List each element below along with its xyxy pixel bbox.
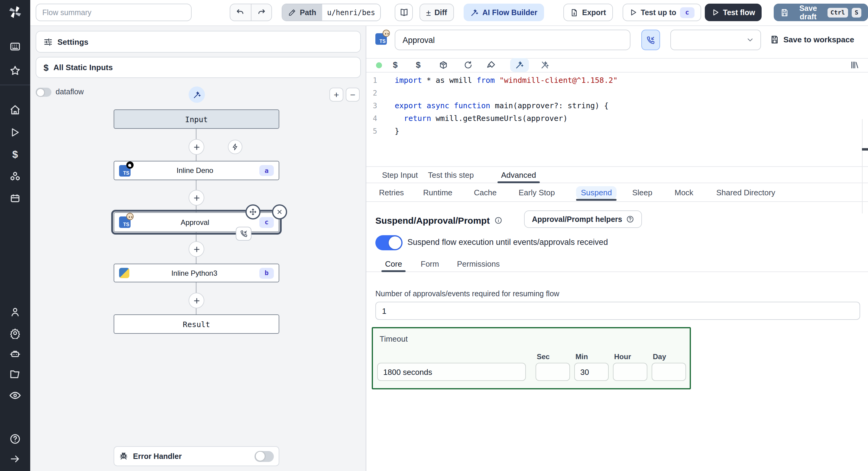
add-step-button[interactable]	[189, 190, 204, 206]
settings-icon[interactable]	[9, 327, 21, 339]
ai-wand-icon[interactable]	[515, 60, 524, 69]
step-title-input[interactable]	[395, 30, 630, 50]
suspend-indicator-button[interactable]	[641, 30, 660, 50]
script-version-select[interactable]	[670, 30, 761, 50]
runs-icon[interactable]	[10, 127, 21, 138]
code-editor[interactable]: 1import * as wmill from "windmill-client…	[366, 72, 868, 167]
timeout-label: Timeout	[380, 334, 408, 344]
subtab-sleep[interactable]: Sleep	[632, 184, 652, 201]
code-line[interactable]: 1import * as wmill from "windmill-client…	[366, 74, 868, 86]
tab-step-input[interactable]: Step Input	[382, 167, 418, 183]
flow-summary-input[interactable]	[36, 4, 192, 21]
save-to-workspace-button[interactable]: Save to workspace	[770, 35, 854, 44]
tab-permissions[interactable]: Permissions	[457, 256, 500, 272]
bun-icon	[126, 213, 133, 220]
package-icon[interactable]	[439, 60, 448, 69]
suspend-toggle-label: Suspend flow execution until events/appr…	[407, 238, 608, 247]
delete-step-button[interactable]	[272, 204, 287, 219]
variables-icon[interactable]: $	[12, 149, 18, 161]
diff-button[interactable]: ± Diff	[420, 4, 454, 21]
subtab-mock[interactable]: Mock	[675, 184, 693, 201]
approvals-count-input[interactable]	[375, 302, 860, 320]
test-flow-label: Test flow	[723, 8, 755, 17]
step-badge: b	[259, 268, 274, 278]
docs-button[interactable]	[395, 4, 413, 21]
undo-button[interactable]	[230, 4, 251, 21]
code-line[interactable]: 2	[366, 86, 868, 99]
subtab-early-stop[interactable]: Early Stop	[519, 184, 555, 201]
zoom-in-button[interactable]: +	[330, 88, 343, 101]
export-button[interactable]: Export	[563, 4, 613, 21]
subtab-cache[interactable]: Cache	[474, 184, 497, 201]
schedules-icon[interactable]	[9, 193, 21, 204]
add-trigger-button[interactable]	[228, 140, 242, 154]
flow-node-inline-deno[interactable]: Inline Deno a	[114, 161, 279, 180]
flow-node-input[interactable]: Input	[114, 110, 279, 129]
timeout-min-input[interactable]: 30	[574, 363, 609, 381]
users-icon[interactable]	[9, 306, 21, 318]
windmill-logo[interactable]	[7, 4, 23, 20]
tab-advanced[interactable]: Advanced	[501, 167, 536, 183]
workers-icon[interactable]	[9, 348, 21, 359]
flow-node-result[interactable]: Result	[114, 315, 279, 334]
env-vars-icon[interactable]: $	[393, 60, 398, 69]
approval-prompt-helpers-button[interactable]: Approval/Prompt helpers	[524, 210, 642, 228]
tab-core[interactable]: Core	[385, 256, 402, 272]
subtab-retries[interactable]: Retries	[379, 184, 404, 201]
path-button[interactable]: Path	[282, 4, 322, 21]
home-icon[interactable]	[9, 104, 21, 116]
add-step-button[interactable]	[189, 293, 204, 308]
test-up-to-button[interactable]: Test up to c	[623, 4, 701, 21]
timeout-hour-input[interactable]	[613, 363, 647, 381]
static-inputs-card[interactable]: $ All Static Inputs	[36, 57, 361, 78]
move-step-button[interactable]	[245, 204, 260, 219]
error-handler-card[interactable]: Error Handler	[114, 446, 279, 466]
format-brush-icon[interactable]	[487, 60, 496, 69]
tab-test-this-step[interactable]: Test this step	[428, 167, 474, 183]
subtab-suspend[interactable]: Suspend	[576, 184, 617, 201]
tab-form[interactable]: Form	[421, 256, 439, 272]
ai-wand-button[interactable]	[189, 86, 205, 103]
reset-icon[interactable]	[464, 60, 473, 69]
zoom-out-button[interactable]: −	[346, 88, 360, 101]
flow-node-inline-python3[interactable]: Inline Python3 b	[114, 264, 279, 282]
timeout-display[interactable]: 1800 seconds	[377, 363, 526, 381]
code-line[interactable]: 3export async function main(approver?: s…	[366, 99, 868, 112]
flow-settings-label: Settings	[57, 37, 89, 46]
plus-minus-icon: ±	[426, 7, 431, 17]
star-icon[interactable]	[9, 65, 21, 77]
add-step-button[interactable]	[189, 139, 204, 155]
timeout-day-input[interactable]	[652, 363, 686, 381]
path-value[interactable]: u/henri/bes	[322, 4, 380, 21]
subtab-shared-directory[interactable]: Shared Directory	[716, 184, 775, 201]
timeout-sec-input[interactable]	[535, 363, 570, 381]
sidebar-divider	[0, 85, 30, 85]
resources-icon[interactable]	[9, 171, 21, 182]
dataflow-toggle[interactable]	[36, 88, 51, 97]
static-inputs-icon[interactable]: $	[416, 60, 421, 69]
add-step-button[interactable]	[189, 241, 204, 257]
suspend-toggle[interactable]	[375, 235, 403, 250]
python-icon	[119, 268, 129, 278]
step-badge: c	[259, 217, 274, 228]
code-line[interactable]: 4 return wmill.getResumeUrls(approver)	[366, 112, 868, 124]
code-line[interactable]: 5}	[366, 124, 868, 137]
library-icon[interactable]	[850, 60, 859, 69]
flow-graph-panel: Settings $ All Static Inputs dataflow + …	[30, 25, 366, 471]
ai-wand-off-icon[interactable]	[540, 60, 550, 69]
ai-flow-builder-label: AI Flow Builder	[483, 8, 537, 17]
expand-icon[interactable]	[9, 453, 21, 465]
command-palette-icon[interactable]	[9, 41, 21, 52]
typescript-icon	[119, 216, 130, 228]
error-handler-toggle[interactable]	[254, 451, 274, 462]
save-draft-button[interactable]: Save draft Ctrl S	[774, 4, 868, 21]
test-flow-button[interactable]: Test flow	[705, 4, 762, 21]
audit-logs-icon[interactable]	[9, 389, 21, 402]
folders-icon[interactable]	[9, 369, 21, 380]
info-icon[interactable]	[494, 216, 502, 224]
redo-button[interactable]	[251, 4, 271, 21]
ai-flow-builder-button[interactable]: AI Flow Builder	[464, 4, 544, 21]
help-icon[interactable]	[9, 433, 21, 445]
flow-settings-card[interactable]: Settings	[36, 31, 361, 53]
subtab-runtime[interactable]: Runtime	[423, 184, 453, 201]
